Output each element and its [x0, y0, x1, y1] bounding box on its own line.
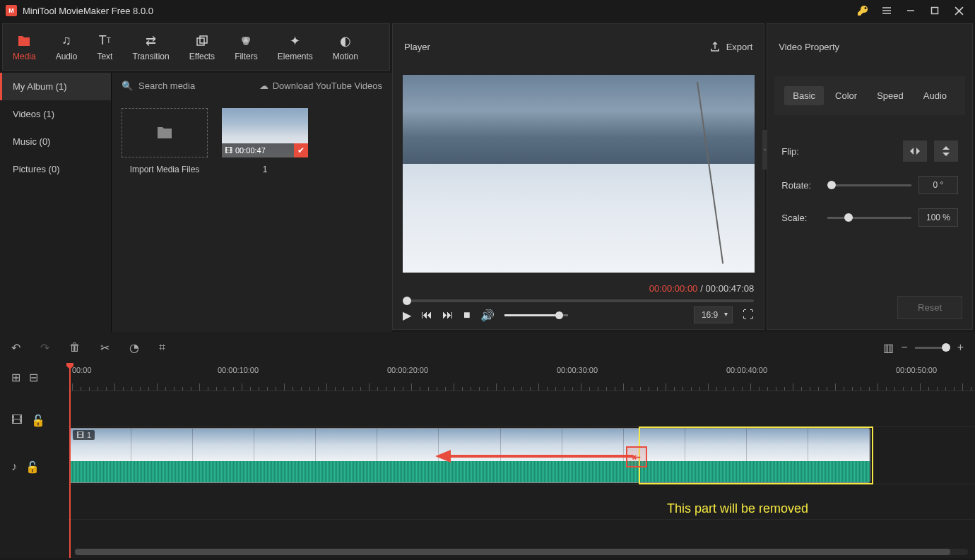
tool-audio[interactable]: ♫ Audio [46, 24, 88, 70]
audio-track-icon: ♪ [11, 460, 17, 473]
redo-button[interactable]: ↷ [40, 341, 49, 355]
property-title: Video Property [779, 42, 839, 52]
tool-label: Text [97, 52, 112, 61]
minimize-button[interactable] [900, 0, 921, 21]
search-placeholder: Search media [138, 81, 195, 91]
clip-number: 1 [87, 431, 91, 439]
stop-button[interactable]: ■ [463, 309, 471, 321]
tab-audio[interactable]: Audio [915, 86, 955, 105]
tool-filters[interactable]: Filters [225, 24, 268, 70]
folder-icon [17, 33, 31, 49]
search-icon: 🔍 [122, 81, 133, 91]
volume-slider[interactable] [504, 314, 568, 316]
player-title: Player [404, 42, 430, 52]
flip-v-icon [941, 145, 951, 157]
zoom-out-button[interactable]: − [901, 341, 907, 354]
filters-icon [240, 33, 252, 49]
check-icon: ✔ [294, 143, 308, 157]
app-title: MiniTool MovieMaker Free 8.0.0 [23, 6, 153, 16]
split-button[interactable]: ✂ [100, 341, 110, 355]
add-track-icon[interactable]: ⊞ [11, 371, 20, 384]
tab-speed[interactable]: Speed [868, 86, 912, 105]
undo-button[interactable]: ↶ [11, 341, 20, 355]
flip-horizontal-button[interactable] [903, 141, 927, 162]
timeline-ruler[interactable]: 00:00 00:00:10:00 00:00:20:00 00:00:30:0… [68, 363, 975, 391]
tool-transition[interactable]: ⇄ Transition [122, 24, 179, 70]
fullscreen-button[interactable]: ⛶ [743, 309, 754, 321]
svg-rect-8 [200, 36, 207, 43]
menu-icon[interactable] [876, 0, 897, 21]
sparkle-icon: ✦ [290, 33, 300, 49]
aspect-ratio-select[interactable]: 16:9 ▾ [694, 306, 733, 323]
lock-icon[interactable]: 🔓 [25, 460, 40, 474]
license-key-icon[interactable] [852, 0, 873, 21]
close-button[interactable] [948, 0, 969, 21]
download-label: Download YouTube Videos [273, 81, 382, 91]
svg-rect-7 [197, 38, 204, 45]
play-button[interactable]: ▶ [403, 309, 411, 322]
fit-button[interactable]: ▥ [883, 341, 894, 355]
scale-value[interactable]: 100 % [918, 208, 958, 227]
time-current: 00:00:00:00 [649, 283, 698, 294]
download-icon: ☁ [259, 81, 268, 91]
ruler-mark: 00:00:20:00 [387, 366, 428, 374]
reset-button[interactable]: Reset [897, 296, 962, 319]
rotate-value[interactable]: 0 ° [918, 176, 958, 194]
crop-button[interactable]: ⌗ [159, 341, 165, 354]
download-youtube-link[interactable]: ☁ Download YouTube Videos [259, 81, 382, 91]
motion-icon: ◐ [340, 33, 351, 49]
lock-icon[interactable]: 🔓 [31, 414, 45, 427]
tool-motion[interactable]: ◐ Motion [323, 24, 368, 70]
sidebar-item-music[interactable]: Music (0) [0, 128, 111, 155]
timeline-scrollbar[interactable] [75, 549, 968, 555]
panel-collapse-handle[interactable]: › [762, 130, 767, 169]
playhead[interactable] [69, 363, 71, 558]
annotation-text: This part will be removed [667, 501, 808, 516]
speed-button[interactable]: ◔ [129, 341, 139, 355]
film-icon: 🎞 [225, 146, 232, 155]
import-media-button[interactable] [122, 108, 208, 157]
flip-vertical-button[interactable] [934, 141, 958, 162]
tool-text[interactable]: TT Text [87, 24, 122, 70]
tool-effects[interactable]: Effects [179, 24, 225, 70]
aspect-value: 16:9 [702, 310, 718, 320]
scale-slider[interactable] [827, 217, 911, 219]
svg-point-11 [243, 40, 249, 45]
main-toolbar: Media ♫ Audio TT Text ⇄ Transition Effec… [2, 23, 390, 71]
clip-duration: 00:00:47 [235, 146, 266, 155]
zoom-in-button[interactable]: + [957, 341, 964, 354]
collapse-track-icon[interactable]: ⊟ [29, 371, 38, 384]
media-clip-thumbnail[interactable]: 🎞 00:00:47 ✔ [222, 108, 308, 157]
text-icon: TT [99, 33, 111, 49]
sidebar-item-myalbum[interactable]: My Album (1) [0, 73, 111, 100]
search-media[interactable]: 🔍 Search media [122, 81, 195, 91]
arrow-head-icon [435, 450, 451, 463]
ruler-mark: 00:00:30:00 [557, 366, 598, 374]
tool-label: Audio [56, 52, 78, 61]
media-sidebar: My Album (1) Videos (1) Music (0) Pictur… [0, 73, 112, 332]
prev-frame-button[interactable]: ⏮ [421, 309, 432, 321]
transition-icon: ⇄ [146, 33, 156, 49]
maximize-button[interactable] [924, 0, 945, 21]
zoom-slider[interactable] [915, 347, 950, 349]
titlebar: M MiniTool MovieMaker Free 8.0.0 [0, 0, 975, 21]
delete-button[interactable]: 🗑 [69, 341, 81, 354]
sidebar-item-pictures[interactable]: Pictures (0) [0, 155, 111, 183]
ruler-mark: 00:00 [72, 366, 92, 374]
next-frame-button[interactable]: ⏭ [442, 309, 454, 321]
trim-handle[interactable]: ⇤ [626, 446, 647, 467]
tool-media[interactable]: Media [3, 24, 46, 70]
export-button[interactable]: Export [709, 41, 753, 52]
sidebar-item-videos[interactable]: Videos (1) [0, 100, 111, 128]
scale-label: Scale: [781, 213, 820, 223]
ruler-mark: 00:00:40:00 [726, 366, 767, 374]
volume-icon[interactable]: 🔊 [480, 309, 495, 322]
video-preview[interactable] [403, 75, 755, 273]
tab-basic[interactable]: Basic [784, 86, 824, 105]
tool-elements[interactable]: ✦ Elements [268, 24, 323, 70]
playback-progress[interactable] [403, 299, 754, 302]
tab-color[interactable]: Color [827, 86, 865, 105]
flip-label: Flip: [781, 146, 820, 157]
rotate-slider[interactable] [827, 184, 911, 186]
tool-label: Media [13, 52, 36, 61]
